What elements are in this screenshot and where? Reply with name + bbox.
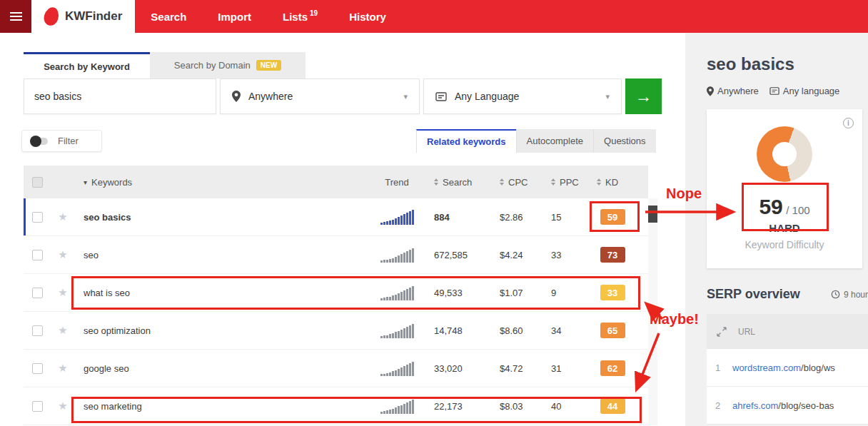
keywords-table: ▾ Keywords Trend Search CPC PPC KD xyxy=(24,166,648,425)
table-row[interactable]: ★ seo 672,585 $4.24 33 73 xyxy=(24,236,648,274)
new-badge: NEW xyxy=(256,60,281,71)
kd-badge: 33 xyxy=(600,285,625,300)
keyword-cell: seo xyxy=(75,250,371,260)
search-volume-cell: 33,020 xyxy=(423,363,488,374)
keyword-input[interactable] xyxy=(34,91,206,102)
sort-icon xyxy=(597,178,601,186)
row-checkbox[interactable] xyxy=(32,250,43,260)
header-search[interactable]: Search xyxy=(423,177,488,188)
row-checkbox[interactable] xyxy=(32,325,43,336)
search-bar: Anywhere ▾ Any Language ▾ → xyxy=(24,78,662,114)
header-trend: Trend xyxy=(371,177,423,188)
star-icon[interactable]: ★ xyxy=(58,362,67,375)
sort-icon xyxy=(434,178,438,186)
star-icon[interactable]: ★ xyxy=(58,324,67,337)
kd-badge: 59 xyxy=(600,209,625,225)
ppc-cell: 31 xyxy=(540,363,585,374)
serp-result-row[interactable]: 1 wordstream.com/blog/ws xyxy=(707,349,868,387)
serp-overview-title: SERP overview xyxy=(707,287,800,302)
info-icon[interactable]: i xyxy=(843,118,854,128)
language-icon xyxy=(769,86,779,96)
top-navigation-bar: KWFinder Search Import Lists19 History xyxy=(0,0,868,33)
brand-home-link[interactable]: KWFinder xyxy=(31,0,135,33)
filter-switch[interactable] xyxy=(32,138,48,145)
kd-cell: 65 xyxy=(600,323,625,338)
location-pin-icon xyxy=(232,91,241,102)
nav-item-history[interactable]: History xyxy=(333,0,402,33)
star-icon[interactable]: ★ xyxy=(58,286,67,299)
main-content: Search by Keyword Search by Domain NEW A… xyxy=(0,33,685,426)
tab-search-by-domain[interactable]: Search by Domain NEW xyxy=(150,52,306,78)
location-select[interactable]: Anywhere ▾ xyxy=(220,78,420,114)
nav-item-search[interactable]: Search xyxy=(135,0,202,33)
trend-chart xyxy=(371,397,423,415)
kd-cell: 59 xyxy=(600,209,625,225)
keyword-cell: what is seo xyxy=(75,288,371,298)
kd-badge: 65 xyxy=(600,323,625,338)
cpc-cell: $1.07 xyxy=(488,288,540,298)
serp-url-path: /blog/seo-bas xyxy=(778,400,834,411)
expand-icon[interactable] xyxy=(717,327,727,337)
cpc-cell: $8.03 xyxy=(488,401,540,412)
trend-chart xyxy=(371,321,423,340)
table-row[interactable]: ★ seo basics 884 $2.86 15 59 xyxy=(24,198,648,236)
sidebar-language: Any language xyxy=(769,86,840,96)
tab-autocomplete[interactable]: Autocomplete xyxy=(516,129,594,153)
table-row[interactable]: ★ google seo 33,020 $4.72 31 62 xyxy=(24,350,648,387)
keyword-input-box xyxy=(24,78,216,114)
trend-chart xyxy=(371,359,423,377)
sort-icon xyxy=(551,178,555,186)
tab-questions[interactable]: Questions xyxy=(593,129,656,153)
keyword-cell: google seo xyxy=(75,363,371,374)
serp-domain-link[interactable]: wordstream.com xyxy=(732,362,801,373)
nav-item-import[interactable]: Import xyxy=(202,0,267,33)
trend-chart xyxy=(371,245,423,264)
serp-result-row[interactable]: 2 ahrefs.com/blog/seo-bas xyxy=(707,387,868,425)
serp-rank: 1 xyxy=(715,362,722,373)
row-checkbox[interactable] xyxy=(32,288,43,298)
keyword-cell: seo optimization xyxy=(75,325,371,336)
kwfinder-logo-icon xyxy=(42,6,61,28)
ppc-cell: 34 xyxy=(540,325,585,336)
cpc-cell: $8.60 xyxy=(488,325,540,336)
difficulty-label: Keyword Difficulty xyxy=(707,239,862,250)
star-icon[interactable]: ★ xyxy=(58,248,67,261)
tab-search-by-keyword[interactable]: Search by Keyword xyxy=(24,52,150,78)
language-select[interactable]: Any Language ▾ xyxy=(423,78,622,114)
star-icon[interactable]: ★ xyxy=(58,211,67,223)
keyword-cell: seo marketing xyxy=(75,401,371,412)
table-row[interactable]: ★ seo optimization 14,748 $8.60 34 65 xyxy=(24,312,648,350)
nav-item-lists[interactable]: Lists19 xyxy=(267,0,333,33)
row-checkbox[interactable] xyxy=(32,212,43,223)
header-keywords[interactable]: ▾ Keywords xyxy=(75,177,371,188)
star-icon[interactable]: ★ xyxy=(58,400,67,412)
ppc-cell: 15 xyxy=(540,212,585,223)
search-submit-button[interactable]: → xyxy=(625,78,662,114)
kd-badge: 73 xyxy=(600,247,625,263)
ppc-cell: 33 xyxy=(540,250,585,260)
header-cpc[interactable]: CPC xyxy=(488,177,540,188)
header-ppc[interactable]: PPC xyxy=(540,177,585,188)
serp-url: wordstream.com/blog/ws xyxy=(732,362,835,373)
cpc-cell: $4.72 xyxy=(488,363,540,374)
kd-cell: 73 xyxy=(600,247,625,263)
row-checkbox[interactable] xyxy=(32,401,43,412)
tab-related-keywords[interactable]: Related keywords xyxy=(416,129,516,153)
table-scrollbar-thumb[interactable] xyxy=(648,206,657,223)
select-all-checkbox[interactable] xyxy=(32,177,43,188)
row-checkbox[interactable] xyxy=(32,363,43,374)
header-kd[interactable]: KD xyxy=(585,177,640,188)
serp-domain-link[interactable]: ahrefs.com xyxy=(732,400,778,411)
table-scrollbar-track[interactable] xyxy=(648,198,657,425)
table-body: ★ seo basics 884 $2.86 15 59 ★ seo 672,5… xyxy=(24,198,648,425)
brand-name: KWFinder xyxy=(65,9,122,24)
filter-toggle[interactable]: Filter xyxy=(21,130,102,152)
kd-cell: 62 xyxy=(600,360,625,376)
sidebar-location: Anywhere xyxy=(707,86,759,96)
search-volume-cell: 672,585 xyxy=(423,250,488,260)
hamburger-menu-icon[interactable] xyxy=(0,0,31,33)
sort-down-icon: ▾ xyxy=(84,178,87,186)
result-tabs: Related keywords Autocomplete Questions xyxy=(416,129,656,153)
table-row[interactable]: ★ what is seo 49,533 $1.07 9 33 xyxy=(24,274,648,312)
table-row[interactable]: ★ seo marketing 22,173 $8.03 40 44 xyxy=(24,387,648,425)
